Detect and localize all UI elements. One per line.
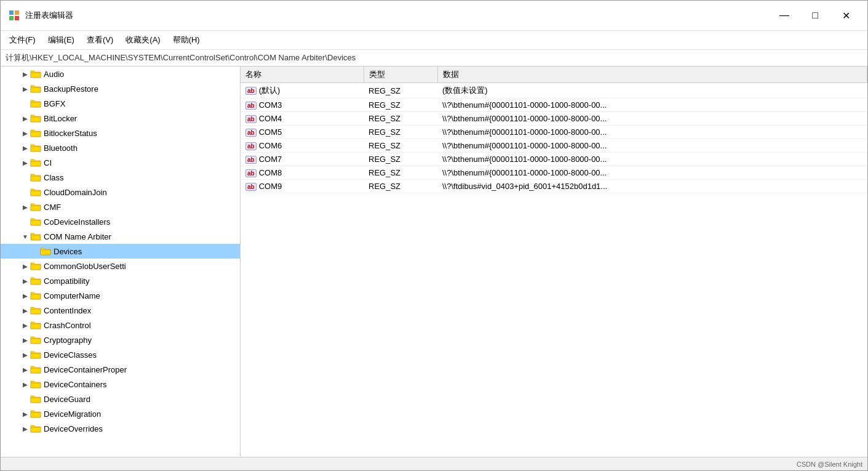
tree-item[interactable]: ▶ Bluetooth: [1, 140, 240, 155]
tree-item[interactable]: ▶ Audio: [1, 66, 240, 81]
main-window: 注册表编辑器 — □ ✕ 文件(F)编辑(E)查看(V)收藏夹(A)帮助(H) …: [0, 0, 868, 471]
reg-type-cell: REG_SZ: [364, 166, 437, 180]
tree-item[interactable]: CoDeviceInstallers: [1, 214, 240, 229]
menu-item[interactable]: 收藏夹(A): [119, 32, 166, 48]
tree-label: BackupRestore: [44, 84, 98, 94]
reg-type-icon: ab: [245, 115, 257, 123]
expand-button[interactable]: ▶: [20, 84, 30, 94]
table-row[interactable]: abCOM7 REG_SZ \\?\bthenum#{00001101-0000…: [241, 153, 867, 166]
expand-button[interactable]: ▶: [20, 128, 30, 138]
expand-button[interactable]: ▶: [20, 261, 30, 271]
expand-button[interactable]: ▶: [20, 409, 30, 419]
tree-item[interactable]: ▶ BitLocker: [1, 111, 240, 126]
expand-button[interactable]: ▶: [20, 350, 30, 360]
tree-label: BitLocker: [44, 114, 77, 123]
maximize-button[interactable]: □: [801, 6, 829, 25]
tree-item[interactable]: ▶ BackupRestore: [1, 81, 240, 96]
expand-button[interactable]: ▶: [20, 143, 30, 153]
tree-item[interactable]: ▶ Cryptography: [1, 332, 240, 347]
expand-button[interactable]: ▶: [20, 202, 30, 212]
tree-label: DeviceClasses: [44, 350, 97, 360]
tree-item[interactable]: ▶ ComputerName: [1, 288, 240, 303]
app-icon: [8, 9, 20, 22]
expand-button[interactable]: ▶: [20, 69, 30, 79]
col-header-data[interactable]: 数据: [437, 66, 867, 83]
folder-icon: [30, 305, 41, 315]
folder-icon: [30, 291, 41, 300]
col-header-type[interactable]: 类型: [364, 66, 437, 83]
table-row[interactable]: abCOM4 REG_SZ \\?\bthenum#{00001101-0000…: [241, 112, 867, 126]
tree-item[interactable]: Class: [1, 170, 240, 185]
tree-item[interactable]: ▶ Compatibility: [1, 273, 240, 288]
tree-panel[interactable]: ▶ Audio▶ BackupRestore BGFX▶ BitLocker▶ …: [1, 66, 241, 457]
tree-item[interactable]: ▶ DeviceMigration: [1, 406, 240, 421]
tree-item[interactable]: ▶ ContentIndex: [1, 303, 240, 318]
expand-button[interactable]: ▶: [20, 424, 30, 433]
expand-button[interactable]: ▶: [20, 305, 30, 315]
reg-type-icon: ab: [245, 87, 257, 95]
tree-item[interactable]: ▶ CommonGlobUserSetti: [1, 259, 240, 273]
reg-type-cell: REG_SZ: [364, 180, 437, 193]
tree-label: DeviceOverrides: [44, 424, 103, 433]
table-row[interactable]: abCOM5 REG_SZ \\?\bthenum#{00001101-0000…: [241, 126, 867, 139]
expand-button[interactable]: ▶: [20, 158, 30, 167]
menu-item[interactable]: 文件(F): [3, 32, 42, 48]
table-row[interactable]: ab(默认) REG_SZ (数值未设置): [241, 83, 867, 99]
tree-item[interactable]: CloudDomainJoin: [1, 185, 240, 199]
registry-panel[interactable]: 名称 类型 数据 ab(默认) REG_SZ (数值未设置) abCOM3 RE…: [241, 66, 867, 457]
tree-item[interactable]: ▶ CrashControl: [1, 318, 240, 332]
tree-item[interactable]: ▶ DeviceContainerProper: [1, 362, 240, 377]
expand-button[interactable]: ▶: [20, 291, 30, 300]
expand-button[interactable]: ▼: [20, 231, 30, 241]
minimize-button[interactable]: —: [770, 6, 798, 25]
reg-name-cell: abCOM5: [241, 126, 364, 139]
title-bar: 注册表编辑器 — □ ✕: [1, 1, 867, 31]
table-row[interactable]: abCOM6 REG_SZ \\?\bthenum#{00001101-0000…: [241, 139, 867, 153]
tree-item[interactable]: ▶ BitlockerStatus: [1, 126, 240, 140]
tree-item[interactable]: ▶ DeviceOverrides: [1, 421, 240, 436]
tree-item[interactable]: BGFX: [1, 96, 240, 111]
folder-icon: [30, 261, 41, 271]
folder-icon: [30, 335, 41, 345]
folder-icon: [30, 350, 41, 360]
tree-label: Audio: [44, 70, 64, 79]
menu-item[interactable]: 查看(V): [81, 32, 119, 48]
tree-item[interactable]: ▶ CMF: [1, 199, 240, 214]
table-row[interactable]: abCOM8 REG_SZ \\?\bthenum#{00001101-0000…: [241, 166, 867, 180]
folder-icon: [30, 128, 41, 138]
tree-item[interactable]: ▶ CI: [1, 155, 240, 170]
folder-icon: [30, 143, 41, 153]
folder-icon: [30, 113, 41, 123]
menu-item[interactable]: 编辑(E): [42, 32, 81, 48]
tree-item[interactable]: Devices: [1, 244, 240, 259]
tree-item[interactable]: DeviceGuard: [1, 392, 240, 406]
reg-type-cell: REG_SZ: [364, 153, 437, 166]
tree-item[interactable]: ▼ COM Name Arbiter: [1, 229, 240, 244]
tree-label: CMF: [44, 203, 61, 212]
close-button[interactable]: ✕: [832, 6, 860, 25]
table-row[interactable]: abCOM9 REG_SZ \\?\ftdibus#vid_0403+pid_6…: [241, 180, 867, 193]
tree-item[interactable]: ▶ DeviceContainers: [1, 377, 240, 392]
folder-icon: [30, 217, 41, 227]
folder-icon: [30, 231, 41, 241]
folder-icon: [30, 99, 41, 108]
table-row[interactable]: abCOM3 REG_SZ \\?\bthenum#{00001101-0000…: [241, 99, 867, 112]
folder-icon: [30, 276, 41, 286]
expand-button[interactable]: ▶: [20, 379, 30, 389]
reg-name-cell: abCOM9: [241, 180, 364, 193]
window-controls: — □ ✕: [770, 6, 860, 25]
reg-data-cell: (数值未设置): [437, 83, 867, 99]
address-bar: 计算机\HKEY_LOCAL_MACHINE\SYSTEM\CurrentCon…: [1, 50, 867, 66]
expand-button[interactable]: ▶: [20, 113, 30, 123]
tree-item[interactable]: ▶ DeviceClasses: [1, 347, 240, 362]
expand-button[interactable]: ▶: [20, 335, 30, 345]
col-header-name[interactable]: 名称: [241, 66, 364, 83]
status-text: CSDN @Silent Knight: [797, 461, 862, 468]
registry-table: 名称 类型 数据 ab(默认) REG_SZ (数值未设置) abCOM3 RE…: [241, 66, 867, 193]
folder-icon: [30, 364, 41, 374]
reg-data-cell: \\?\bthenum#{00001101-0000-1000-8000-00.…: [437, 153, 867, 166]
expand-button[interactable]: ▶: [20, 320, 30, 330]
expand-button[interactable]: ▶: [20, 364, 30, 374]
expand-button[interactable]: ▶: [20, 276, 30, 286]
menu-item[interactable]: 帮助(H): [167, 32, 206, 48]
